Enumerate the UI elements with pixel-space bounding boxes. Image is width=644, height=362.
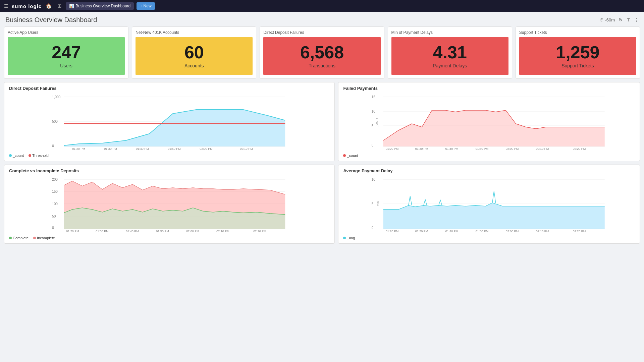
header-controls: ⏱ -60m ↻ ⊤ ⋮ — [599, 17, 639, 22]
kpi-card-accounts: Net-New 401K Accounts 60 Accounts — [132, 26, 256, 79]
refresh-icon[interactable]: ↻ — [619, 17, 623, 22]
chart-title-direct-deposit: Direct Deposit Failures — [9, 86, 330, 91]
svg-text:5: 5 — [372, 202, 374, 206]
legend-threshold-direct: Threshold — [32, 154, 49, 158]
svg-text:02:00 PM: 02:00 PM — [506, 230, 519, 233]
kpi-value-box-active-users: 247 Users — [8, 37, 125, 75]
chart-panel-failed-payments: Failed Payments 15 10 5 0 _count — [338, 82, 640, 161]
svg-marker-23 — [383, 110, 605, 146]
kpi-card-support-tickets: Support Tickets 1,259 Support Tickets — [516, 26, 640, 79]
svg-text:01:20 PM: 01:20 PM — [386, 230, 399, 233]
kpi-number-deposit-failures: 6,568 — [300, 44, 344, 61]
svg-text:01:40 PM: 01:40 PM — [126, 230, 139, 233]
legend-complete: Complete — [13, 236, 29, 240]
svg-text:02:20 PM: 02:20 PM — [573, 230, 586, 233]
chart-panel-direct-deposit: Direct Deposit Failures 1,000 500 0 — [4, 82, 335, 161]
svg-text:01:50 PM: 01:50 PM — [476, 230, 489, 233]
svg-text:01:40 PM: 01:40 PM — [445, 147, 459, 150]
page-header: Business Overview Dashboard ⏱ -60m ↻ ⊤ ⋮ — [0, 12, 644, 26]
tab-dashboard-label: Business Overview Dashboard — [75, 4, 130, 8]
svg-text:200: 200 — [52, 178, 58, 181]
svg-text:02:20 PM: 02:20 PM — [573, 147, 586, 150]
svg-text:5: 5 — [372, 124, 374, 128]
svg-text:01:50 PM: 01:50 PM — [156, 230, 169, 233]
svg-text:01:50 PM: 01:50 PM — [168, 147, 181, 150]
clock-icon: ⏱ — [599, 17, 604, 22]
tab-dashboard-icon: 📊 — [69, 4, 74, 8]
kpi-title-accounts: Net-New 401K Accounts — [136, 30, 253, 35]
svg-text:10: 10 — [372, 110, 376, 113]
svg-text:01:20 PM: 01:20 PM — [66, 230, 79, 233]
kpi-sub-accounts: Accounts — [184, 63, 204, 68]
svg-text:150: 150 — [52, 190, 58, 193]
chart-title-avg-delay: Average Payment Delay — [343, 168, 635, 173]
kpi-sub-deposit-failures: Transactions — [309, 63, 335, 68]
kpi-sub-payment-delays: Payment Delays — [433, 63, 467, 68]
kpi-value-box-support-tickets: 1,259 Support Tickets — [519, 37, 636, 75]
svg-text:_count: _count — [375, 118, 378, 127]
chart-legend-direct-deposit: _count Threshold — [9, 154, 330, 158]
svg-text:500: 500 — [52, 120, 58, 123]
kpi-title-payment-delays: Min of Payment Delays — [391, 30, 508, 35]
kpi-card-deposit-failures: Direct Deposit Failures 6,568 Transactio… — [260, 26, 384, 79]
more-icon[interactable]: ⋮ — [634, 17, 639, 22]
svg-text:02:10 PM: 02:10 PM — [536, 147, 549, 150]
svg-text:02:00 PM: 02:00 PM — [506, 147, 519, 150]
svg-text:02:10 PM: 02:10 PM — [536, 230, 549, 233]
svg-text:02:00 PM: 02:00 PM — [186, 230, 199, 233]
kpi-title-active-users: Active App Users — [8, 30, 125, 35]
kpi-number-accounts: 60 — [184, 44, 204, 61]
svg-text:15: 15 — [372, 95, 376, 99]
legend-count-direct: _count — [13, 154, 24, 158]
svg-text:02:10 PM: 02:10 PM — [240, 147, 253, 150]
svg-text:01:40 PM: 01:40 PM — [445, 230, 459, 233]
svg-text:01:30 PM: 01:30 PM — [96, 230, 109, 233]
charts-row-2: Complete vs Incomplete Deposits 200 150 … — [4, 165, 640, 244]
time-control[interactable]: ⏱ -60m — [599, 17, 615, 22]
svg-text:100: 100 — [52, 202, 58, 206]
svg-text:0: 0 — [52, 226, 54, 230]
kpi-value-box-deposit-failures: 6,568 Transactions — [263, 37, 380, 75]
svg-text:0: 0 — [372, 226, 374, 230]
chart-title-deposits: Complete vs Incomplete Deposits — [9, 168, 330, 173]
chart-area-deposits: 200 150 100 50 0 — [9, 176, 330, 234]
svg-text:1,000: 1,000 — [52, 95, 60, 99]
hamburger-icon[interactable]: ☰ — [3, 2, 10, 10]
chart-title-failed-payments: Failed Payments — [343, 86, 635, 91]
kpi-row: Active App Users 247 Users Net-New 401K … — [4, 26, 640, 79]
svg-text:10: 10 — [372, 178, 376, 181]
chart-area-failed-payments: 15 10 5 0 _count 01:20 PM — [343, 94, 635, 152]
kpi-number-support-tickets: 1,259 — [556, 44, 599, 61]
kpi-card-payment-delays: Min of Payment Delays 4.31 Payment Delay… — [388, 26, 512, 79]
dashboard-tab[interactable]: 📊 Business Overview Dashboard — [66, 2, 134, 10]
kpi-card-active-users: Active App Users 247 Users — [4, 26, 128, 79]
filter-icon[interactable]: ⊤ — [627, 17, 630, 22]
kpi-title-deposit-failures: Direct Deposit Failures — [263, 30, 380, 35]
chart-legend-failed-payments: _count — [343, 154, 635, 158]
legend-count-failed: _count — [347, 154, 358, 158]
chart-panel-deposits: Complete vs Incomplete Deposits 200 150 … — [4, 165, 335, 244]
grid-nav-icon[interactable]: ⊞ — [56, 2, 63, 10]
svg-text:01:30 PM: 01:30 PM — [415, 230, 428, 233]
svg-text:02:00 PM: 02:00 PM — [200, 147, 213, 150]
kpi-value-box-accounts: 60 Accounts — [136, 37, 253, 75]
chart-area-avg-delay: 10 5 0 min — [343, 176, 635, 234]
charts-row-1: Direct Deposit Failures 1,000 500 0 — [4, 82, 640, 161]
svg-text:02:20 PM: 02:20 PM — [253, 230, 266, 233]
home-nav-icon[interactable]: 🏠 — [44, 2, 53, 10]
svg-text:50: 50 — [52, 215, 56, 218]
svg-text:01:20 PM: 01:20 PM — [386, 147, 399, 150]
legend-avg: _avg — [347, 236, 355, 240]
new-button[interactable]: + New — [137, 2, 155, 10]
svg-text:0: 0 — [52, 144, 54, 148]
dashboard-content: Active App Users 247 Users Net-New 401K … — [0, 26, 644, 251]
chart-area-direct-deposit: 1,000 500 0 01:20 PM 01:30 PM — [9, 94, 330, 152]
kpi-title-support-tickets: Support Tickets — [519, 30, 636, 35]
chart-panel-avg-delay: Average Payment Delay 10 5 0 min — [338, 165, 640, 244]
kpi-value-box-payment-delays: 4.31 Payment Delays — [391, 37, 508, 75]
legend-incomplete: Incomplete — [37, 236, 55, 240]
chart-legend-avg-delay: _avg — [343, 236, 635, 240]
kpi-number-payment-delays: 4.31 — [433, 44, 467, 61]
svg-text:01:20 PM: 01:20 PM — [72, 147, 85, 150]
svg-marker-6 — [64, 110, 285, 146]
